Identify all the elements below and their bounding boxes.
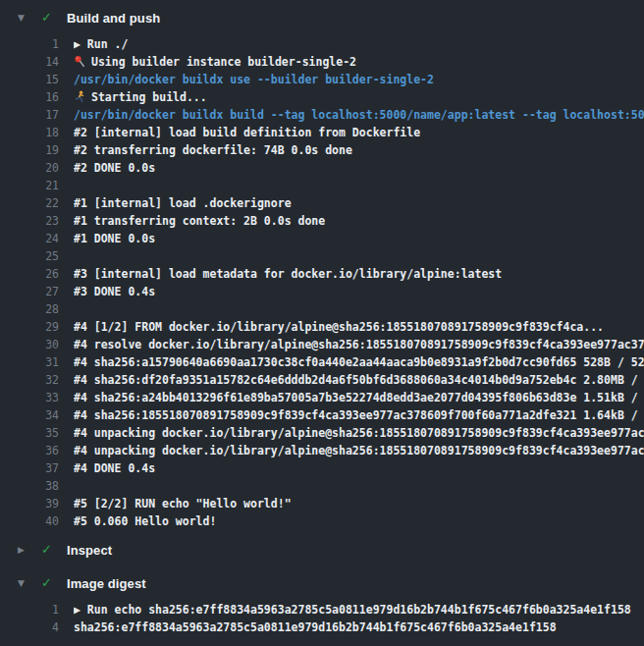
pushpin-icon: [74, 55, 91, 69]
section-title: Image digest: [67, 576, 146, 591]
runner-icon: [74, 90, 91, 104]
workflow-log-viewer: ▼ ✓ Build and push 1▶ Run ./14Using buil…: [0, 0, 644, 646]
log-line: 17/usr/bin/docker buildx build --tag loc…: [0, 106, 644, 124]
log-line: 19#2 transferring dockerfile: 74B 0.0s d…: [0, 141, 644, 159]
line-number-link[interactable]: 30: [0, 336, 59, 353]
section-title: Build and push: [67, 11, 160, 26]
line-number-link[interactable]: 14: [0, 53, 59, 71]
log-text: /usr/bin/docker buildx build --tag local…: [74, 106, 644, 124]
line-number-link[interactable]: 38: [0, 477, 59, 495]
log-text: #2 transferring dockerfile: 74B 0.0s don…: [74, 141, 352, 159]
log-text: #4 sha256:a24bb4013296f61e89ba57005a7b3e…: [74, 389, 644, 406]
log-line: 16Starting build...: [0, 88, 644, 106]
line-number-link[interactable]: 29: [0, 318, 59, 336]
log-text: #1 DONE 0.0s: [74, 230, 155, 247]
line-number-link[interactable]: 26: [0, 265, 59, 283]
log-text: #3 [internal] load metadata for docker.i…: [74, 265, 502, 283]
line-number-link[interactable]: 25: [0, 247, 59, 265]
line-number-link[interactable]: 4: [0, 619, 59, 636]
log-text: sha256:e7ff8834a5963a2785c5a0811e979d16b…: [74, 619, 557, 636]
section-inspect: ▶ ✓ Inspect: [0, 538, 644, 562]
log-line: 1▶ Run echo sha256:e7ff8834a5963a2785c5a…: [0, 601, 644, 619]
log-line: 37#4 DONE 0.4s: [0, 459, 644, 477]
log-line: 20#2 DONE 0.0s: [0, 159, 644, 177]
line-number-link[interactable]: 28: [0, 300, 59, 318]
log-text: Using builder instance builder-single-2: [74, 53, 356, 71]
line-number-link[interactable]: 23: [0, 212, 59, 230]
log-text: #2 DONE 0.0s: [74, 159, 155, 177]
line-number-link[interactable]: 1: [0, 601, 59, 619]
log-text: #4 sha256:185518070891758909c9f839cf4ca3…: [74, 406, 644, 424]
log-line: 21: [0, 177, 644, 194]
log-line: 25: [0, 247, 644, 265]
chevron-down-icon[interactable]: ▼: [18, 6, 29, 29]
log-text: #2 [internal] load build definition from…: [74, 124, 420, 141]
line-number-link[interactable]: 40: [0, 512, 59, 530]
log-text: #4 unpacking docker.io/library/alpine@sh…: [74, 442, 644, 459]
line-number-link[interactable]: 31: [0, 353, 59, 371]
log-line: 35#4 unpacking docker.io/library/alpine@…: [0, 424, 644, 442]
line-number-link[interactable]: 21: [0, 177, 59, 194]
log-text: #4 unpacking docker.io/library/alpine@sh…: [74, 424, 644, 442]
log-line: 31#4 sha256:a15790640a6690aa1730c38cf0a4…: [0, 353, 644, 371]
section-header-inspect[interactable]: ▶ ✓ Inspect: [0, 538, 644, 562]
line-number-link[interactable]: 19: [0, 141, 59, 159]
log-line: 33#4 sha256:a24bb4013296f61e89ba57005a7b…: [0, 389, 644, 406]
line-number-link[interactable]: 18: [0, 124, 59, 141]
line-number-link[interactable]: 27: [0, 283, 59, 300]
log-line: 14Using builder instance builder-single-…: [0, 53, 644, 71]
line-number-link[interactable]: 32: [0, 371, 59, 389]
log-line: 36#4 unpacking docker.io/library/alpine@…: [0, 442, 644, 459]
log-text: ▶ Run echo sha256:e7ff8834a5963a2785c5a0…: [74, 601, 631, 619]
success-check-icon: ✓: [41, 538, 55, 562]
log-line: 32#4 sha256:df20fa9351a15782c64e6dddb2d4…: [0, 371, 644, 389]
log-text: #4 sha256:df20fa9351a15782c64e6dddb2d4a6…: [74, 371, 644, 389]
section-title: Inspect: [67, 543, 112, 558]
log-line: 29#4 [1/2] FROM docker.io/library/alpine…: [0, 318, 644, 336]
log-text: #3 DONE 0.4s: [74, 283, 155, 300]
line-number-link[interactable]: 16: [0, 88, 59, 106]
success-check-icon: ✓: [41, 6, 55, 29]
log-line: 15/usr/bin/docker buildx use --builder b…: [0, 71, 644, 88]
line-number-link[interactable]: 35: [0, 424, 59, 442]
section-header-build-and-push[interactable]: ▼ ✓ Build and push: [0, 6, 644, 29]
log-line: 39#5 [2/2] RUN echo "Hello world!": [0, 495, 644, 512]
log-text: #4 sha256:a15790640a6690aa1730c38cf0a440…: [74, 353, 644, 371]
log-text: #1 [internal] load .dockerignore: [74, 194, 292, 212]
log-line: 40#5 0.060 Hello world!: [0, 512, 644, 530]
line-number-link[interactable]: 20: [0, 159, 59, 177]
log-text: #4 DONE 0.4s: [74, 459, 155, 477]
log-lines-build-and-push: 1▶ Run ./14Using builder instance builde…: [0, 35, 644, 530]
line-number-link[interactable]: 24: [0, 230, 59, 247]
log-lines-image-digest: 1▶ Run echo sha256:e7ff8834a5963a2785c5a…: [0, 601, 644, 636]
log-line: 4sha256:e7ff8834a5963a2785c5a0811e979d16…: [0, 619, 644, 636]
line-number-link[interactable]: 1: [0, 35, 59, 53]
log-text: #5 0.060 Hello world!: [74, 512, 216, 530]
line-number-link[interactable]: 34: [0, 406, 59, 424]
section-build-and-push: ▼ ✓ Build and push 1▶ Run ./14Using buil…: [0, 6, 644, 530]
line-number-link[interactable]: 39: [0, 495, 59, 512]
log-line: 38: [0, 477, 644, 495]
log-line: 28: [0, 300, 644, 318]
line-number-link[interactable]: 17: [0, 106, 59, 124]
line-number-link[interactable]: 33: [0, 389, 59, 406]
chevron-down-icon[interactable]: ▼: [18, 571, 29, 595]
log-line: 22#1 [internal] load .dockerignore: [0, 194, 644, 212]
line-number-link[interactable]: 37: [0, 459, 59, 477]
log-line: 1▶ Run ./: [0, 35, 644, 53]
log-text: ▶ Run ./: [74, 35, 128, 53]
log-text: #4 [1/2] FROM docker.io/library/alpine@s…: [74, 318, 604, 336]
chevron-right-icon[interactable]: ▶: [18, 538, 29, 562]
log-line: 24#1 DONE 0.0s: [0, 230, 644, 247]
line-number-link[interactable]: 22: [0, 194, 59, 212]
log-text: #5 [2/2] RUN echo "Hello world!": [74, 495, 292, 512]
line-number-link[interactable]: 36: [0, 442, 59, 459]
section-header-image-digest[interactable]: ▼ ✓ Image digest: [0, 571, 644, 595]
log-text: /usr/bin/docker buildx use --builder bui…: [74, 71, 434, 88]
line-number-link[interactable]: 15: [0, 71, 59, 88]
log-line: 27#3 DONE 0.4s: [0, 283, 644, 300]
log-line: 23#1 transferring context: 2B 0.0s done: [0, 212, 644, 230]
log-line: 26#3 [internal] load metadata for docker…: [0, 265, 644, 283]
log-text: Starting build...: [74, 88, 207, 106]
log-text: #4 resolve docker.io/library/alpine@sha2…: [74, 336, 644, 353]
